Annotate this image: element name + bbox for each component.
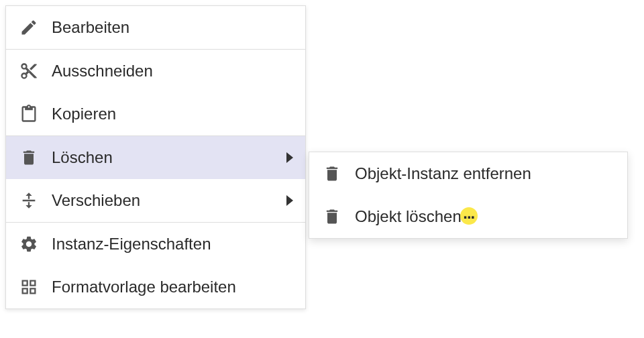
menu-item-label: Formatvorlage bearbeiten [52, 278, 293, 296]
context-menu-main: Bearbeiten Ausschneiden Kopieren Löschen… [5, 5, 306, 309]
submenu-item-text: Objekt löschen [355, 207, 462, 225]
clipboard-icon [18, 103, 40, 125]
submenu-arrow-icon [286, 195, 293, 206]
menu-item-edit-template[interactable]: Formatvorlage bearbeiten [6, 266, 305, 308]
menu-item-cut[interactable]: Ausschneiden [6, 50, 305, 93]
menu-item-edit[interactable]: Bearbeiten [6, 6, 305, 49]
menu-item-delete[interactable]: Löschen [6, 136, 305, 179]
move-vertical-icon [18, 190, 40, 211]
menu-item-copy[interactable]: Kopieren [6, 93, 305, 135]
submenu-item-remove-instance[interactable]: Objekt-Instanz entfernen [309, 152, 627, 195]
highlight-marker: ... [460, 207, 478, 225]
submenu-item-label: Objekt-Instanz entfernen [355, 164, 615, 183]
ellipsis: ... [463, 204, 474, 223]
submenu-arrow-icon [286, 152, 293, 163]
trash-icon [321, 163, 343, 184]
menu-item-label: Löschen [52, 148, 280, 167]
context-menu-delete-submenu: Objekt-Instanz entfernen Objekt löschen.… [309, 152, 628, 239]
menu-item-label: Kopieren [52, 105, 293, 123]
trash-icon [321, 206, 343, 227]
menu-item-label: Instanz-Eigenschaften [52, 235, 293, 253]
menu-item-label: Ausschneiden [52, 62, 293, 80]
gear-icon [18, 233, 40, 255]
trash-icon [18, 147, 40, 168]
menu-item-label: Verschieben [52, 191, 280, 210]
submenu-item-label: Objekt löschen... [355, 207, 615, 227]
menu-item-instance-properties[interactable]: Instanz-Eigenschaften [6, 223, 305, 266]
template-icon [18, 276, 40, 298]
edit-icon [18, 17, 40, 38]
cut-icon [18, 60, 40, 82]
submenu-item-delete-object[interactable]: Objekt löschen... [309, 195, 627, 238]
menu-item-move[interactable]: Verschieben [6, 179, 305, 222]
menu-item-label: Bearbeiten [52, 18, 293, 37]
